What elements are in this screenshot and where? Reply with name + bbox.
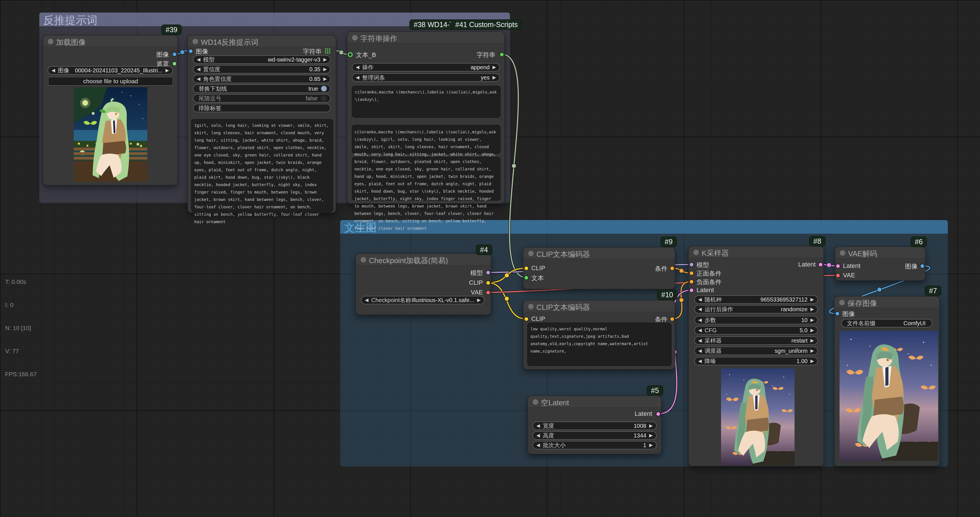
decrement-icon[interactable]: ◀ (698, 328, 702, 333)
width-widget[interactable]: ◀ 宽度 1008 ▶ (533, 421, 657, 430)
increment-icon[interactable]: ▶ (810, 359, 814, 363)
decrement-icon[interactable]: ◀ (365, 298, 368, 302)
input-negative-port[interactable] (689, 279, 694, 284)
decrement-icon[interactable]: ◀ (698, 318, 702, 322)
output-clip-port[interactable] (486, 281, 490, 285)
threshold-widget[interactable]: ◀ 置信度 0.35 ▶ (193, 65, 331, 73)
replace-underscore-toggle[interactable]: 替换下划线 true (193, 85, 331, 93)
tidy-tags-widget[interactable]: ◀ 整理词条 yes ▶ (352, 73, 500, 82)
sampler-widget[interactable]: ◀ 采样器 restart ▶ (694, 336, 818, 345)
collapse-dot-icon[interactable] (693, 249, 699, 255)
link-clip-to-neg[interactable] (488, 283, 526, 319)
text-a-box[interactable]: ciloranko,maccha \(mochancc\),lobelia \(… (352, 86, 501, 118)
output-model-port[interactable] (486, 270, 490, 275)
decrement-icon[interactable]: ◀ (698, 297, 702, 302)
decrement-icon[interactable]: ◀ (197, 57, 200, 62)
increment-icon[interactable]: ▶ (477, 298, 480, 302)
output-mask-port[interactable] (172, 61, 177, 66)
batch-size-widget[interactable]: ◀ 批次大小 1 ▶ (533, 441, 657, 450)
increment-icon[interactable]: ▶ (810, 318, 814, 322)
output-image-port[interactable] (920, 263, 925, 268)
increment-icon[interactable]: ▶ (165, 68, 169, 73)
input-image-port[interactable] (835, 311, 840, 316)
increment-icon[interactable]: ▶ (810, 328, 814, 333)
input-latent-port[interactable] (689, 288, 694, 293)
collapse-dot-icon[interactable] (840, 250, 846, 256)
collapse-dot-icon[interactable] (352, 35, 358, 41)
increment-icon[interactable]: ▶ (649, 433, 653, 438)
collapse-dot-icon[interactable] (839, 300, 845, 306)
height-widget[interactable]: ◀ 高度 1344 ▶ (533, 431, 657, 440)
increment-icon[interactable]: ▶ (323, 77, 327, 81)
exclude-tags-field[interactable]: 排除标签 (193, 104, 331, 112)
model-widget[interactable]: ◀ 模型 wd-swinv2-tagger-v3 ▶ (193, 55, 331, 64)
comfyui-canvas[interactable]: { "icons": { "dec": "◀", "inc": "▶" }, "… (0, 0, 980, 517)
input-latent-port[interactable] (835, 263, 840, 268)
decrement-icon[interactable]: ◀ (356, 65, 359, 70)
decrement-icon[interactable]: ◀ (52, 68, 55, 73)
scheduler-widget[interactable]: ◀ 调度器 sgm_uniform ▶ (694, 346, 818, 355)
increment-icon[interactable]: ▶ (810, 307, 814, 311)
checkpoint-name-widget[interactable]: ◀ Checkpoint名称 Illustrious-XL-v0.1.safe.… (361, 296, 485, 305)
increment-icon[interactable]: ▶ (493, 65, 496, 70)
input-text-port[interactable] (524, 275, 529, 280)
increment-icon[interactable]: ▶ (649, 423, 653, 428)
output-latent-port[interactable] (818, 262, 823, 267)
output-conditioning-port[interactable] (670, 317, 675, 321)
increment-icon[interactable]: ▶ (493, 75, 496, 80)
node-load-image[interactable]: 加载图像 图像 遮罩 ◀ 图像 00004-20241103_220245_Il… (43, 35, 178, 185)
increment-icon[interactable]: ▶ (323, 67, 327, 72)
collapse-dot-icon[interactable] (528, 303, 534, 310)
decrement-icon[interactable]: ◀ (356, 75, 359, 80)
link-string-stringop-to-clip-pos[interactable] (501, 54, 527, 278)
trailing-comma-toggle[interactable]: 尾随逗号 false (193, 94, 331, 103)
increment-icon[interactable]: ▶ (810, 338, 814, 343)
output-string-grid-icon[interactable] (325, 48, 330, 54)
input-vae-port[interactable] (835, 273, 840, 278)
output-latent-port[interactable] (656, 412, 661, 416)
collapse-dot-icon[interactable] (533, 399, 538, 405)
steps-widget[interactable]: ◀ 步数 10 ▶ (694, 316, 818, 324)
denoise-widget[interactable]: ◀ 降噪 1.00 ▶ (694, 357, 818, 365)
node-save-image[interactable]: 保存图像 图像 文件名前缀 ComfyUI (834, 296, 940, 466)
input-clip-port[interactable] (524, 266, 529, 271)
node-empty-latent[interactable]: 空Latent Latent ◀ 宽度 1008 ▶ ◀ 高度 1344 ▶ ◀… (528, 396, 662, 454)
node-checkpoint-loader[interactable]: Checkpoint加载器(简易) 模型 CLIP VAE ◀ Checkpoi… (356, 254, 491, 315)
decrement-icon[interactable]: ◀ (698, 338, 702, 343)
character-threshold-widget[interactable]: ◀ 角色置信度 0.85 ▶ (193, 75, 331, 83)
node-ksampler[interactable]: K采样器 模型 正面条件 负面条件 Latent Latent ◀ 随机种 96… (688, 246, 824, 466)
increment-icon[interactable]: ▶ (810, 349, 814, 353)
node-clip-encode-negative[interactable]: CLIP文本编码器 CLIP 条件 low quality,worst qual… (523, 300, 675, 370)
decrement-icon[interactable]: ◀ (536, 433, 540, 438)
increment-icon[interactable]: ▶ (810, 297, 814, 302)
node-vae-decode[interactable]: VAE解码 Latent VAE 图像 (835, 247, 926, 281)
decrement-icon[interactable]: ◀ (698, 359, 702, 363)
decrement-icon[interactable]: ◀ (197, 77, 200, 81)
cfg-widget[interactable]: ◀ CFG 5.0 ▶ (694, 326, 818, 335)
string-result-text[interactable]: ciloranko,maccha \(mochancc\),lobelia \(… (355, 128, 497, 232)
choose-file-button[interactable]: choose file to upload (48, 77, 173, 86)
increment-icon[interactable]: ▶ (649, 443, 653, 447)
increment-icon[interactable]: ▶ (323, 57, 327, 62)
seed-widget[interactable]: ◀ 随机种 965533695327112 ▶ (694, 295, 818, 304)
decrement-icon[interactable]: ◀ (536, 443, 540, 447)
output-vae-port[interactable] (486, 290, 490, 295)
negative-prompt-box[interactable]: low quality,worst quality,normal quality… (527, 322, 671, 366)
decrement-icon[interactable]: ◀ (698, 307, 702, 311)
action-widget[interactable]: ◀ 操作 append ▶ (352, 63, 500, 72)
image-combo-widget[interactable]: ◀ 图像 00004-20241103_220245_Illustri... ▶ (48, 66, 173, 75)
decrement-icon[interactable]: ◀ (536, 423, 540, 428)
collapse-dot-icon[interactable] (360, 257, 366, 263)
node-clip-encode-positive[interactable]: CLIP文本编码器 CLIP 文本 条件 (523, 247, 675, 289)
decrement-icon[interactable]: ◀ (197, 67, 200, 72)
output-image-port[interactable] (172, 52, 177, 57)
output-string-port[interactable] (500, 52, 504, 57)
input-text-b-port[interactable] (348, 52, 353, 57)
toggle-on-icon[interactable] (321, 86, 327, 91)
filename-prefix-widget[interactable]: 文件名前缀 ComfyUI (841, 319, 932, 327)
collapse-dot-icon[interactable] (192, 38, 198, 45)
wd14-tags-text[interactable]: 1girl, solo, long hair, looking at viewe… (194, 122, 330, 225)
decrement-icon[interactable]: ◀ (698, 349, 702, 353)
input-positive-port[interactable] (689, 271, 694, 276)
toggle-off-icon[interactable] (320, 95, 327, 102)
